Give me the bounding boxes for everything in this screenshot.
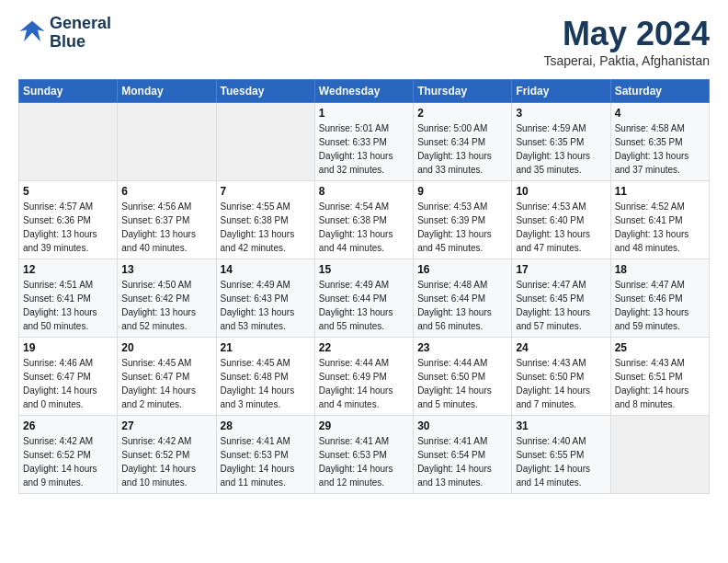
day-info: Sunrise: 4:47 AM Sunset: 6:46 PM Dayligh…: [615, 278, 705, 333]
day-info: Sunrise: 4:49 AM Sunset: 6:44 PM Dayligh…: [319, 278, 409, 333]
day-number: 15: [319, 263, 409, 276]
day-info: Sunrise: 4:53 AM Sunset: 6:40 PM Dayligh…: [516, 200, 606, 255]
day-number: 17: [516, 263, 606, 276]
day-info: Sunrise: 4:51 AM Sunset: 6:41 PM Dayligh…: [23, 278, 113, 333]
calendar-cell: 9Sunrise: 4:53 AM Sunset: 6:39 PM Daylig…: [414, 181, 512, 259]
day-info: Sunrise: 4:47 AM Sunset: 6:45 PM Dayligh…: [516, 278, 606, 333]
day-info: Sunrise: 4:57 AM Sunset: 6:36 PM Dayligh…: [23, 200, 113, 255]
day-info: Sunrise: 4:44 AM Sunset: 6:50 PM Dayligh…: [417, 356, 507, 411]
day-number: 23: [417, 341, 507, 354]
day-info: Sunrise: 4:42 AM Sunset: 6:52 PM Dayligh…: [121, 434, 211, 489]
day-info: Sunrise: 4:46 AM Sunset: 6:47 PM Dayligh…: [23, 356, 113, 411]
calendar-cell: 22Sunrise: 4:44 AM Sunset: 6:49 PM Dayli…: [314, 338, 413, 416]
weekday-header: Sunday: [19, 80, 118, 103]
calendar-cell: 27Sunrise: 4:42 AM Sunset: 6:52 PM Dayli…: [118, 416, 216, 494]
day-number: 27: [121, 419, 211, 432]
calendar-cell: 10Sunrise: 4:53 AM Sunset: 6:40 PM Dayli…: [512, 181, 610, 259]
calendar-cell: 29Sunrise: 4:41 AM Sunset: 6:53 PM Dayli…: [314, 416, 413, 494]
day-number: 10: [516, 185, 606, 198]
calendar-cell: 1Sunrise: 5:01 AM Sunset: 6:33 PM Daylig…: [314, 103, 413, 181]
calendar-week-row: 19Sunrise: 4:46 AM Sunset: 6:47 PM Dayli…: [19, 338, 710, 416]
calendar-cell: 11Sunrise: 4:52 AM Sunset: 6:41 PM Dayli…: [610, 181, 709, 259]
day-info: Sunrise: 4:55 AM Sunset: 6:38 PM Dayligh…: [221, 200, 311, 255]
day-info: Sunrise: 4:43 AM Sunset: 6:51 PM Dayligh…: [615, 356, 705, 411]
month-title: May 2024: [543, 15, 710, 53]
day-info: Sunrise: 4:41 AM Sunset: 6:53 PM Dayligh…: [319, 434, 409, 489]
day-number: 16: [417, 263, 507, 276]
day-info: Sunrise: 4:56 AM Sunset: 6:37 PM Dayligh…: [121, 200, 211, 255]
day-number: 19: [23, 341, 113, 354]
day-number: 22: [319, 341, 409, 354]
calendar-cell: [610, 416, 709, 494]
day-info: Sunrise: 4:41 AM Sunset: 6:53 PM Dayligh…: [221, 434, 311, 489]
calendar-table: SundayMondayTuesdayWednesdayThursdayFrid…: [18, 79, 710, 494]
day-number: 11: [615, 185, 705, 198]
day-number: 29: [319, 419, 409, 432]
day-info: Sunrise: 5:00 AM Sunset: 6:34 PM Dayligh…: [417, 121, 507, 177]
calendar-cell: 20Sunrise: 4:45 AM Sunset: 6:47 PM Dayli…: [118, 338, 216, 416]
calendar-cell: 3Sunrise: 4:59 AM Sunset: 6:35 PM Daylig…: [512, 103, 610, 181]
calendar-cell: 13Sunrise: 4:50 AM Sunset: 6:42 PM Dayli…: [118, 259, 216, 338]
weekday-header: Wednesday: [314, 80, 413, 103]
calendar-cell: 25Sunrise: 4:43 AM Sunset: 6:51 PM Dayli…: [610, 338, 709, 416]
calendar-cell: 4Sunrise: 4:58 AM Sunset: 6:35 PM Daylig…: [610, 103, 709, 181]
calendar-cell: [216, 103, 314, 181]
day-info: Sunrise: 4:59 AM Sunset: 6:35 PM Dayligh…: [516, 121, 606, 177]
calendar-cell: 23Sunrise: 4:44 AM Sunset: 6:50 PM Dayli…: [414, 338, 512, 416]
day-number: 12: [23, 263, 113, 276]
day-number: 20: [121, 341, 211, 354]
calendar-cell: [19, 103, 118, 181]
calendar-cell: 14Sunrise: 4:49 AM Sunset: 6:43 PM Dayli…: [216, 259, 314, 338]
day-number: 14: [221, 263, 311, 276]
day-number: 2: [417, 107, 507, 120]
day-info: Sunrise: 4:43 AM Sunset: 6:50 PM Dayligh…: [516, 356, 606, 411]
day-number: 28: [221, 419, 311, 432]
day-number: 8: [319, 185, 409, 198]
day-info: Sunrise: 4:45 AM Sunset: 6:47 PM Dayligh…: [121, 356, 211, 411]
weekday-header: Thursday: [414, 80, 512, 103]
calendar-cell: 19Sunrise: 4:46 AM Sunset: 6:47 PM Dayli…: [19, 338, 118, 416]
day-info: Sunrise: 5:01 AM Sunset: 6:33 PM Dayligh…: [319, 121, 409, 177]
logo: General Blue: [18, 15, 111, 52]
calendar-cell: 5Sunrise: 4:57 AM Sunset: 6:36 PM Daylig…: [19, 181, 118, 259]
day-info: Sunrise: 4:49 AM Sunset: 6:43 PM Dayligh…: [221, 278, 311, 333]
day-number: 4: [615, 107, 705, 120]
calendar-cell: 8Sunrise: 4:54 AM Sunset: 6:38 PM Daylig…: [314, 181, 413, 259]
day-info: Sunrise: 4:52 AM Sunset: 6:41 PM Dayligh…: [615, 200, 705, 255]
calendar-cell: [118, 103, 216, 181]
day-number: 18: [615, 263, 705, 276]
day-info: Sunrise: 4:44 AM Sunset: 6:49 PM Dayligh…: [319, 356, 409, 411]
day-number: 30: [417, 419, 507, 432]
day-info: Sunrise: 4:40 AM Sunset: 6:55 PM Dayligh…: [516, 434, 606, 489]
weekday-header: Monday: [118, 80, 216, 103]
calendar-header-row: SundayMondayTuesdayWednesdayThursdayFrid…: [19, 80, 710, 103]
calendar-cell: 28Sunrise: 4:41 AM Sunset: 6:53 PM Dayli…: [216, 416, 314, 494]
calendar-week-row: 26Sunrise: 4:42 AM Sunset: 6:52 PM Dayli…: [19, 416, 710, 494]
day-number: 31: [516, 419, 606, 432]
day-number: 6: [121, 185, 211, 198]
logo-text: General Blue: [50, 15, 111, 52]
calendar-week-row: 1Sunrise: 5:01 AM Sunset: 6:33 PM Daylig…: [19, 103, 710, 181]
weekday-header: Tuesday: [216, 80, 314, 103]
calendar-cell: 15Sunrise: 4:49 AM Sunset: 6:44 PM Dayli…: [314, 259, 413, 338]
day-number: 13: [121, 263, 211, 276]
calendar-cell: 26Sunrise: 4:42 AM Sunset: 6:52 PM Dayli…: [19, 416, 118, 494]
day-number: 1: [319, 107, 409, 120]
day-number: 25: [615, 341, 705, 354]
day-info: Sunrise: 4:58 AM Sunset: 6:35 PM Dayligh…: [615, 121, 705, 177]
weekday-header: Saturday: [610, 80, 709, 103]
calendar-cell: 21Sunrise: 4:45 AM Sunset: 6:48 PM Dayli…: [216, 338, 314, 416]
calendar-cell: 18Sunrise: 4:47 AM Sunset: 6:46 PM Dayli…: [610, 259, 709, 338]
day-info: Sunrise: 4:48 AM Sunset: 6:44 PM Dayligh…: [417, 278, 507, 333]
day-info: Sunrise: 4:41 AM Sunset: 6:54 PM Dayligh…: [417, 434, 507, 489]
page-header: General Blue May 2024 Tsaperai, Paktia, …: [18, 15, 710, 68]
day-info: Sunrise: 4:53 AM Sunset: 6:39 PM Dayligh…: [417, 200, 507, 255]
svg-marker-0: [20, 21, 45, 42]
weekday-header: Friday: [512, 80, 610, 103]
day-number: 24: [516, 341, 606, 354]
day-info: Sunrise: 4:45 AM Sunset: 6:48 PM Dayligh…: [221, 356, 311, 411]
calendar-cell: 30Sunrise: 4:41 AM Sunset: 6:54 PM Dayli…: [414, 416, 512, 494]
day-number: 26: [23, 419, 113, 432]
calendar-cell: 6Sunrise: 4:56 AM Sunset: 6:37 PM Daylig…: [118, 181, 216, 259]
calendar-cell: 17Sunrise: 4:47 AM Sunset: 6:45 PM Dayli…: [512, 259, 610, 338]
